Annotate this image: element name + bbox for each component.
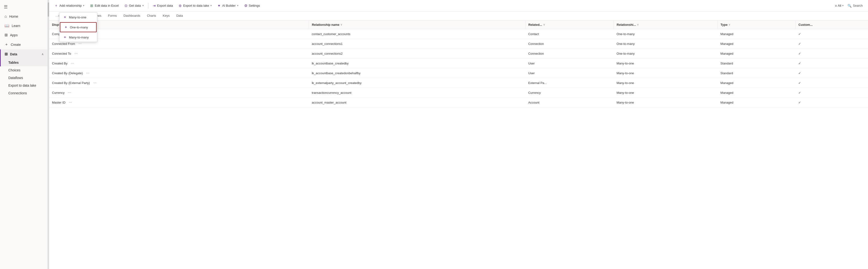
sidebar-create-label: Create: [11, 43, 21, 47]
sidebar-item-data[interactable]: ⊞ Data ∧: [0, 50, 48, 59]
cell-related-5: External Pa...: [525, 78, 614, 88]
toolbar-right: ≡ All ▾ 🔍 Search: [835, 3, 865, 8]
dropdown-many-to-many[interactable]: ＋ Many-to-many: [59, 33, 97, 42]
tab-forms[interactable]: Forms: [105, 11, 120, 20]
cell-related-2: Connection: [525, 49, 614, 58]
row-menu-2[interactable]: ···: [73, 51, 79, 56]
sidebar-scrollbar[interactable]: [48, 0, 49, 269]
export-data-icon: ⇥: [153, 4, 156, 8]
export-lake-icon: ⊚: [179, 4, 182, 8]
export-lake-button[interactable]: ⊚ Export to data lake ▾: [176, 2, 214, 9]
cell-rel-type-2: One-to-many: [614, 49, 718, 58]
sidebar-item-create[interactable]: ＋ Create: [0, 40, 48, 50]
sidebar-apps-label: Apps: [10, 33, 18, 37]
sidebar: ☰ ⌂ Home 📖 Learn ⊞ Apps ＋ Create ⊞ Data …: [0, 0, 48, 269]
row-menu-7[interactable]: ···: [67, 100, 73, 105]
home-icon: ⌂: [4, 14, 7, 19]
cell-custom-4: ✓: [796, 68, 868, 78]
data-icon: ⊞: [4, 52, 8, 56]
cell-custom-0: ✓: [796, 29, 868, 39]
rel-name-sort-icon: ∨: [340, 23, 342, 26]
apps-icon: ⊞: [4, 33, 8, 37]
cell-rel-type-6: Many-to-one: [614, 88, 718, 98]
col-header-type[interactable]: Type ∨: [717, 21, 796, 29]
all-filter[interactable]: ≡ All ▾: [835, 4, 844, 8]
tab-charts[interactable]: Charts: [144, 11, 159, 20]
col-header-relationship-name[interactable]: Relationship name ∨: [309, 21, 525, 29]
row-menu-5[interactable]: ···: [92, 80, 98, 85]
get-data-button[interactable]: ⊙ Get data ▾: [122, 2, 146, 9]
edit-excel-button[interactable]: ⊞ Edit data in Excel: [88, 2, 121, 9]
cell-custom-2: ✓: [796, 49, 868, 58]
cell-type-6: Managed: [717, 88, 796, 98]
tab-data[interactable]: Data: [173, 11, 186, 20]
sidebar-data-label: Data: [10, 52, 17, 56]
col-header-rel-type[interactable]: Relationshi... ∨: [614, 21, 718, 29]
row-menu-4[interactable]: ···: [85, 70, 91, 76]
sidebar-sub-dataflows[interactable]: Dataflows: [0, 74, 48, 82]
rel-type-sort-icon: ∨: [637, 23, 639, 26]
table-row: Created By (Delegate) ··· lk_accountbase…: [49, 68, 868, 78]
table-row: Created By ··· lk_accountbase_createdby …: [49, 58, 868, 68]
table-header-row: Display name ↑ ∨ Relationship name ∨: [49, 21, 868, 29]
sidebar-sub-connections[interactable]: Connections: [0, 89, 48, 97]
checkmark-icon: ✓: [798, 52, 801, 55]
settings-button[interactable]: ⚙ Settings: [242, 2, 262, 9]
cell-rel-name-3: lk_accountbase_createdby: [309, 58, 525, 68]
export-lake-chevron: ▾: [210, 4, 212, 7]
add-relationship-icon: ＋: [54, 3, 58, 8]
tab-keys[interactable]: Keys: [159, 11, 173, 20]
cell-related-6: Currency: [525, 88, 614, 98]
table-row: Connected From ··· account_connections1 …: [49, 39, 868, 49]
main-content: ＋ Add relationship ▾ ＋ Many-to-one ＋ One…: [49, 0, 868, 269]
search-bar[interactable]: 🔍 Search: [845, 3, 865, 8]
checkmark-icon: ✓: [798, 101, 801, 104]
cell-custom-7: ✓: [796, 98, 868, 108]
cell-rel-name-6: transactioncurrency_account: [309, 88, 525, 98]
cell-type-5: Managed: [717, 78, 796, 88]
cell-rel-name-2: account_connections2: [309, 49, 525, 58]
table-body: Company Name ··· contact_customer_accoun…: [49, 29, 868, 108]
sidebar-sub-tables[interactable]: Tables: [0, 59, 48, 66]
row-menu-3[interactable]: ···: [69, 61, 75, 66]
export-data-button[interactable]: ⇥ Export data: [150, 2, 176, 9]
cell-custom-3: ✓: [796, 58, 868, 68]
col-header-custom[interactable]: Custom...: [796, 21, 868, 29]
hamburger-menu[interactable]: ☰: [0, 2, 48, 12]
sidebar-home-label: Home: [9, 14, 18, 19]
table-row: Company Name ··· contact_customer_accoun…: [49, 29, 868, 39]
cell-type-7: Managed: [717, 98, 796, 108]
checkmark-icon: ✓: [798, 62, 801, 65]
table-area: Display name ↑ ∨ Relationship name ∨: [49, 21, 868, 269]
row-menu-6[interactable]: ···: [67, 90, 72, 95]
ai-builder-button[interactable]: ✦ AI Builder ▾: [215, 2, 241, 9]
cell-rel-name-5: lk_externalparty_account_createdby: [309, 78, 525, 88]
cell-type-2: Managed: [717, 49, 796, 58]
sidebar-item-apps[interactable]: ⊞ Apps: [0, 30, 48, 40]
cell-rel-type-1: One-to-many: [614, 39, 718, 49]
sidebar-sub-export-lake[interactable]: Export to data lake: [0, 82, 48, 89]
checkmark-icon: ✓: [798, 42, 801, 46]
add-relationship-container: ＋ Add relationship ▾ ＋ Many-to-one ＋ One…: [52, 2, 87, 9]
get-data-chevron: ▾: [143, 4, 144, 7]
add-relationship-chevron: ▾: [83, 4, 85, 7]
one-to-many-plus-icon: ＋: [64, 25, 67, 29]
sidebar-sub-choices[interactable]: Choices: [0, 66, 48, 74]
add-relationship-button[interactable]: ＋ Add relationship ▾: [52, 2, 87, 9]
all-chevron: ▾: [842, 4, 844, 7]
toolbar: ＋ Add relationship ▾ ＋ Many-to-one ＋ One…: [49, 0, 868, 11]
tab-dashboards[interactable]: Dashboards: [120, 11, 144, 20]
cell-type-1: Managed: [717, 39, 796, 49]
col-header-related[interactable]: Related... ∨: [525, 21, 614, 29]
tabs-bar: …s Business rules Views Forms Dashboards…: [49, 11, 868, 21]
table-row: Master ID ··· account_master_account Acc…: [49, 98, 868, 108]
dropdown-one-to-many[interactable]: ＋ One-to-many: [60, 22, 97, 32]
cell-custom-5: ✓: [796, 78, 868, 88]
settings-icon: ⚙: [244, 4, 247, 8]
dropdown-many-to-one[interactable]: ＋ Many-to-one: [59, 13, 97, 22]
cell-display-name-7: Master ID ···: [49, 98, 309, 108]
sidebar-item-home[interactable]: ⌂ Home: [0, 12, 48, 21]
cell-rel-type-5: Many-to-one: [614, 78, 718, 88]
cell-rel-type-0: One-to-many: [614, 29, 718, 39]
sidebar-item-learn[interactable]: 📖 Learn: [0, 21, 48, 30]
